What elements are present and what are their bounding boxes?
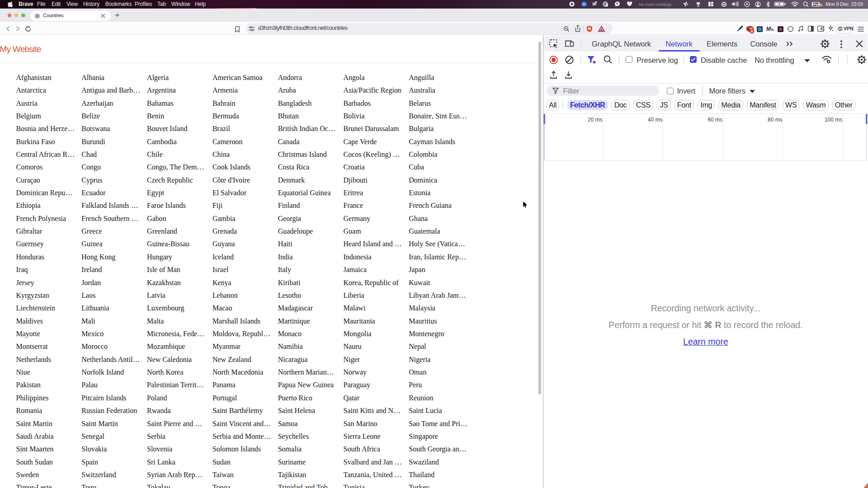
svg-text:6: 6 (751, 29, 753, 33)
svg-text:zm: zm (582, 3, 586, 5)
